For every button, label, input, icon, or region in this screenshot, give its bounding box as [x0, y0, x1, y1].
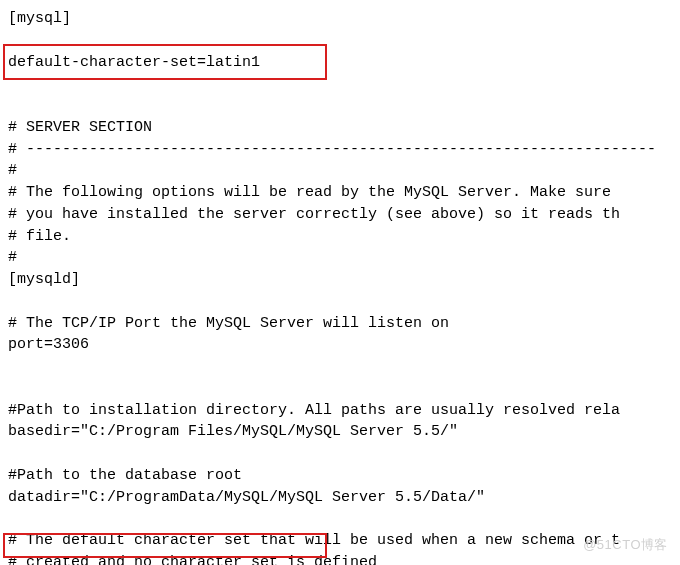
blank-line: [8, 95, 676, 117]
blank-line: [8, 73, 676, 95]
blank-line: [8, 508, 676, 530]
watermark: @51CTO博客: [583, 536, 668, 555]
config-line-comment: #Path to the database root: [8, 465, 676, 487]
config-line-basedir: basedir="C:/Program Files/MySQL/MySQL Se…: [8, 421, 676, 443]
config-line-comment: # The default character set that will be…: [8, 530, 676, 552]
config-line-comment: # you have installed the server correctl…: [8, 204, 676, 226]
config-line-comment: #: [8, 160, 676, 182]
blank-line: [8, 378, 676, 400]
config-line-comment: # The TCP/IP Port the MySQL Server will …: [8, 313, 676, 335]
config-line-port: port=3306: [8, 334, 676, 356]
config-line-mysqld-section: [mysqld]: [8, 269, 676, 291]
blank-line: [8, 356, 676, 378]
config-line-divider: # --------------------------------------…: [8, 139, 676, 161]
config-line-comment: #: [8, 247, 676, 269]
blank-line: [8, 443, 676, 465]
config-line-default-charset: default-character-set=latin1: [8, 52, 676, 74]
blank-line: [8, 291, 676, 313]
config-line-comment: # file.: [8, 226, 676, 248]
config-line-datadir: datadir="C:/ProgramData/MySQL/MySQL Serv…: [8, 487, 676, 509]
blank-line: [8, 30, 676, 52]
config-line-server-section-header: # SERVER SECTION: [8, 117, 676, 139]
config-line-mysql-section: [mysql]: [8, 8, 676, 30]
config-line-comment: # The following options will be read by …: [8, 182, 676, 204]
config-line-comment: #Path to installation directory. All pat…: [8, 400, 676, 422]
config-line-comment: # created and no character set is define…: [8, 552, 676, 565]
